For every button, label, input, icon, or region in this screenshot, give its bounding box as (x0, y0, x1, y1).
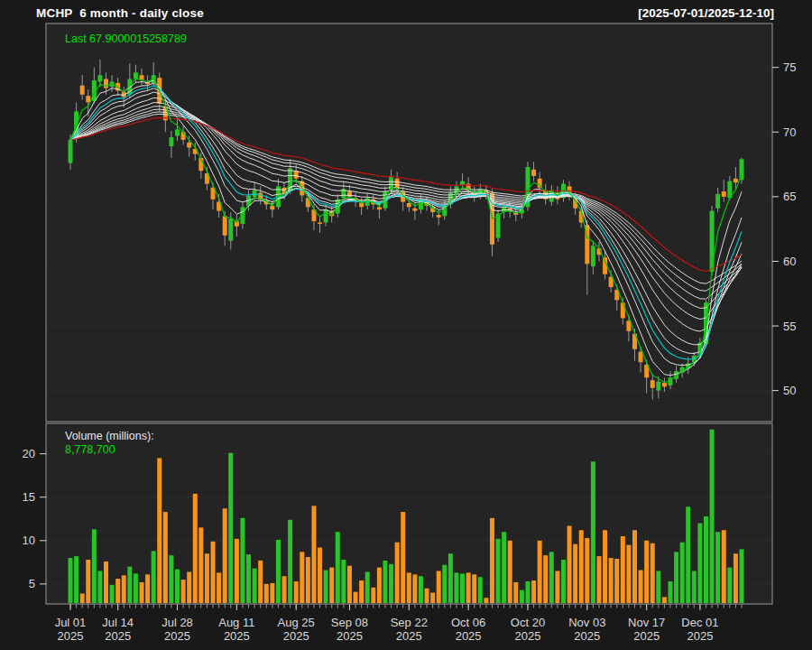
volume-bar (454, 572, 458, 603)
candle-up (324, 209, 328, 222)
volume-bar (401, 512, 405, 603)
volume-bar (306, 557, 310, 603)
volume-bar (122, 575, 126, 603)
volume-bar (240, 518, 245, 603)
volume-bar (525, 581, 530, 603)
volume-bar (395, 543, 400, 603)
volume-bar (727, 568, 732, 603)
volume-tick-label: 5 (29, 577, 35, 590)
volume-bar (187, 571, 191, 603)
candle-down (734, 179, 738, 182)
price-volume-chart: 7570656055505101520Jul 012025Jul 142025J… (0, 0, 812, 650)
candle-down (722, 191, 726, 197)
candle-down (80, 86, 85, 95)
volume-bar (651, 543, 655, 603)
candle-down (187, 143, 191, 148)
volume-bar (371, 588, 375, 603)
volume-bar (674, 552, 678, 603)
volume-bar (341, 560, 346, 603)
price-tick-label: 65 (783, 190, 796, 203)
x-axis-label-year: 2025 (456, 629, 482, 643)
volume-bar (311, 506, 316, 603)
volume-bar (543, 555, 548, 603)
volume-bar (365, 571, 370, 603)
price-tick-label: 50 (783, 384, 796, 397)
volume-bar (115, 579, 120, 603)
volume-bar (639, 571, 643, 604)
candle-up (228, 218, 233, 240)
volume-bar (270, 583, 274, 603)
x-axis-label-year: 2025 (105, 629, 131, 643)
volume-bar (697, 524, 702, 603)
candle-down (318, 223, 322, 224)
volume-bar (484, 598, 488, 603)
volume-bar (157, 458, 161, 603)
price-tick-label: 70 (783, 125, 796, 139)
candle-up (134, 72, 138, 79)
volume-bar (383, 561, 387, 603)
volume-bar (567, 525, 572, 603)
volume-tick-label: 20 (23, 447, 35, 460)
volume-bar (520, 590, 524, 603)
volume-bar (235, 539, 239, 603)
volume-bar (626, 545, 631, 603)
volume-bar (163, 512, 168, 603)
volume-bar (704, 516, 708, 603)
x-axis-label: Oct 06 (451, 616, 485, 629)
volume-bar (609, 558, 614, 603)
x-axis-label-year: 2025 (337, 629, 363, 643)
x-axis-label: Jul 28 (161, 616, 193, 629)
volume-bar (258, 561, 263, 603)
candle-down (531, 170, 536, 176)
volume-bar (175, 570, 180, 603)
volume-bar (74, 556, 78, 603)
volume-bar (97, 571, 102, 603)
x-axis-label: Aug 25 (278, 616, 315, 629)
volume-bar (359, 580, 364, 603)
x-axis-label: Jul 01 (55, 616, 87, 629)
volume-bar (561, 560, 566, 603)
x-axis-label-year: 2025 (687, 629, 713, 643)
volume-bar (318, 548, 322, 604)
volume-bar (407, 572, 411, 603)
volume-bar (288, 520, 292, 603)
volume-bar (591, 461, 595, 603)
volume-bar (329, 568, 334, 603)
volume-bar (127, 567, 132, 603)
last-price-label: Last 67.9000015258789 (65, 32, 187, 45)
price-tick-label: 55 (783, 320, 796, 333)
volume-bar (466, 572, 471, 603)
volume-last-value: 8,778,700 (65, 443, 115, 456)
candle-down (359, 203, 364, 207)
volume-bar (686, 506, 690, 603)
volume-bar (389, 564, 393, 603)
volume-tick-label: 10 (23, 534, 35, 547)
candle-up (740, 159, 744, 180)
volume-bar (205, 553, 209, 603)
volume-bar (460, 573, 465, 603)
price-tick-label: 75 (783, 60, 796, 74)
candle-up (240, 207, 245, 224)
volume-bar (347, 566, 352, 603)
volume-bar (412, 574, 417, 603)
volume-bar (324, 571, 328, 604)
candle-up (656, 382, 660, 391)
x-axis-label-year: 2025 (224, 629, 250, 643)
volume-bar (419, 576, 423, 603)
x-axis-label: Sep 22 (391, 616, 428, 629)
volume-bar (472, 574, 476, 603)
volume-bar (282, 576, 287, 603)
volume-bar (169, 555, 173, 603)
candle-down (104, 79, 108, 88)
volume-bar (656, 571, 660, 603)
x-axis-label: Oct 20 (511, 616, 545, 629)
volume-bar (104, 562, 108, 603)
volume-bar (579, 530, 584, 603)
volume-bar (354, 592, 358, 603)
volume-bar (621, 536, 625, 603)
volume-bar (555, 571, 559, 603)
candle-down (377, 207, 382, 209)
volume-bar (632, 530, 637, 603)
volume-bar (508, 541, 512, 603)
x-axis-label-year: 2025 (515, 629, 541, 643)
